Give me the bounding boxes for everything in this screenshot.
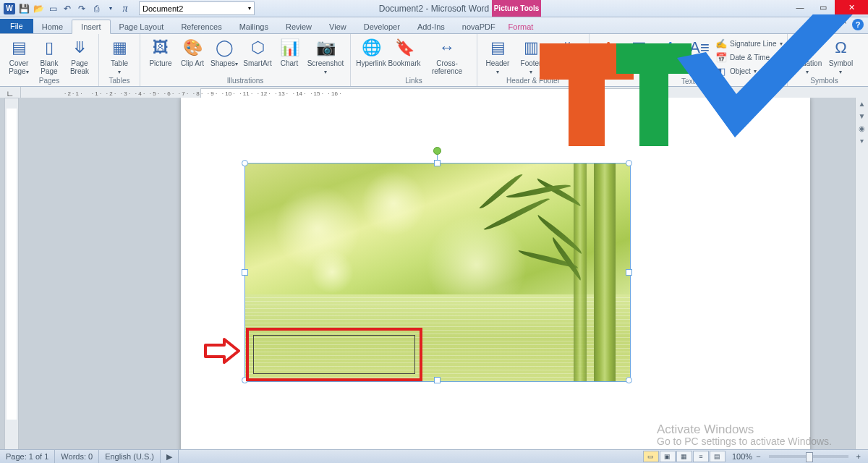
picture-button[interactable]: 🖼Picture <box>145 35 176 77</box>
text-box-placeholder[interactable] <box>253 335 415 374</box>
header-label: Header <box>486 59 510 67</box>
page-break-button[interactable]: ⤋Page Break <box>65 35 94 77</box>
zoom-in-button[interactable]: + <box>854 452 864 461</box>
date-time-button[interactable]: 📅Date & Time <box>715 51 783 64</box>
close-button[interactable]: ✕ <box>835 0 868 14</box>
vertical-ruler[interactable] <box>4 98 19 450</box>
undo-icon[interactable]: ↶ <box>61 2 74 15</box>
shapes-icon: ◯ <box>213 37 236 59</box>
watermark-line1: Activate Windows <box>657 424 832 436</box>
rotation-handle[interactable] <box>433 147 441 155</box>
minimize-ribbon-icon[interactable]: ⌃ <box>841 20 848 30</box>
view-full-screen-button[interactable]: ▣ <box>660 451 676 462</box>
prev-page-icon[interactable]: ◉ <box>856 122 868 135</box>
page-number-label: Page Number <box>552 59 578 75</box>
blank-page-button[interactable]: ▯Blank Page <box>35 35 64 77</box>
page-number-button[interactable]: #Page Number▾ <box>548 35 584 77</box>
document-combo[interactable]: Document2 ▾ <box>139 1 255 15</box>
blank-page-icon: ▯ <box>38 37 61 59</box>
view-web-button[interactable]: ▦ <box>676 451 692 462</box>
tab-insert[interactable]: Insert <box>72 20 111 34</box>
header-button[interactable]: ▤Header▾ <box>482 35 514 77</box>
status-macro-icon[interactable]: ▶ <box>161 450 179 463</box>
pi-icon[interactable]: π <box>119 2 132 15</box>
cross-ref-label: Cross-reference <box>422 59 472 75</box>
next-page-icon[interactable]: ▾ <box>856 135 868 147</box>
zoom-level[interactable]: 100% <box>732 452 752 461</box>
object-label: Object <box>730 67 751 75</box>
title-bar: W 💾 📂 ▭ ↶ ↷ ⎙ ▾ π Document2 ▾ Document2 … <box>0 0 868 17</box>
text-small-stack: ✍Signature Line ▾ 📅Date & Time ◧Object ▾ <box>715 35 783 77</box>
tab-references[interactable]: References <box>172 20 230 33</box>
vertical-scrollbar[interactable]: ▲ ▼ ◉ ▾ <box>855 98 868 450</box>
table-icon: ▦ <box>108 37 131 59</box>
equation-button[interactable]: πEquation▾ <box>792 35 824 77</box>
tab-review[interactable]: Review <box>277 20 320 33</box>
view-outline-button[interactable]: ≡ <box>693 451 709 462</box>
resize-handle-s[interactable] <box>434 377 441 383</box>
zoom-slider[interactable] <box>769 455 848 458</box>
open-icon[interactable]: 📂 <box>32 2 45 15</box>
footer-button[interactable]: ▥Footer▾ <box>515 35 547 77</box>
signature-line-button[interactable]: ✍Signature Line ▾ <box>715 37 783 50</box>
chart-icon: 📊 <box>278 37 301 59</box>
print-icon[interactable]: ⎙ <box>90 2 103 15</box>
tab-home[interactable]: Home <box>33 20 72 33</box>
screenshot-button[interactable]: 📷Screenshot▾ <box>305 35 346 77</box>
resize-handle-ne[interactable] <box>626 160 632 166</box>
quick-access-toolbar: W 💾 📂 ▭ ↶ ↷ ⎙ ▾ π <box>0 2 132 15</box>
redo-icon[interactable]: ↷ <box>75 2 88 15</box>
new-icon[interactable]: ▭ <box>46 2 59 15</box>
smartart-button[interactable]: ⬡SmartArt <box>242 35 273 77</box>
clip-art-button[interactable]: 🎨Clip Art <box>178 35 207 77</box>
tab-format[interactable]: Format <box>492 20 550 33</box>
scroll-down-icon[interactable]: ▼ <box>856 110 868 122</box>
signature-label: Signature Line <box>730 40 777 48</box>
symbol-icon: Ω <box>830 37 853 59</box>
group-name-text: Text <box>594 77 783 87</box>
hyperlink-button[interactable]: 🌐Hyperlink <box>355 35 387 77</box>
object-button[interactable]: ◧Object ▾ <box>715 64 783 77</box>
tab-file[interactable]: File <box>0 19 33 33</box>
table-button[interactable]: ▦Table▾ <box>103 35 135 77</box>
tab-view[interactable]: View <box>320 20 355 33</box>
tab-mailings[interactable]: Mailings <box>231 20 277 33</box>
resize-handle-nw[interactable] <box>242 160 248 166</box>
quick-parts-button[interactable]: ▣Quick Parts▾ <box>624 35 653 77</box>
scroll-up-icon[interactable]: ▲ <box>856 98 868 110</box>
picture-label: Picture <box>149 59 171 67</box>
restore-button[interactable]: ▭ <box>812 0 835 14</box>
page[interactable] <box>181 98 810 450</box>
zoom-out-button[interactable]: − <box>753 452 763 461</box>
resize-handle-w[interactable] <box>242 269 248 276</box>
tab-developer[interactable]: Developer <box>355 20 409 33</box>
resize-handle-se[interactable] <box>626 377 632 383</box>
status-language[interactable]: English (U.S.) <box>99 450 161 463</box>
shapes-button[interactable]: ◯Shapes▾ <box>208 35 240 77</box>
cross-reference-button[interactable]: ↔Cross-reference <box>422 35 472 77</box>
text-box-button[interactable]: AText Box▾ <box>594 35 623 77</box>
resize-handle-n[interactable] <box>434 160 441 166</box>
chart-button[interactable]: 📊Chart <box>275 35 304 77</box>
drop-cap-button[interactable]: A≡Drop Cap▾ <box>685 35 714 77</box>
text-box-icon: A <box>597 37 620 59</box>
qat-dropdown-icon[interactable]: ▾ <box>104 2 117 15</box>
symbol-button[interactable]: ΩSymbol▾ <box>825 35 857 77</box>
tab-page-layout[interactable]: Page Layout <box>111 20 173 33</box>
status-words[interactable]: Words: 0 <box>55 450 99 463</box>
bookmark-button[interactable]: 🔖Bookmark <box>388 35 420 77</box>
resize-handle-e[interactable] <box>626 269 632 276</box>
view-draft-button[interactable]: ▤ <box>710 451 726 462</box>
view-print-layout-button[interactable]: ▭ <box>643 451 659 462</box>
wordart-button[interactable]: AWordArt▾ <box>655 35 684 77</box>
zoom-thumb[interactable] <box>806 452 813 462</box>
window-controls: — ▭ ✕ <box>788 0 868 14</box>
tab-addins[interactable]: Add-Ins <box>409 20 454 33</box>
minimize-button[interactable]: — <box>788 0 812 14</box>
save-icon[interactable]: 💾 <box>17 2 30 15</box>
cover-page-button[interactable]: ▤Cover Page▾ <box>4 35 33 77</box>
status-page[interactable]: Page: 1 of 1 <box>0 450 55 463</box>
equation-icon: π <box>796 37 820 59</box>
annotation-arrow-icon <box>204 338 240 364</box>
help-icon[interactable]: ? <box>852 19 864 30</box>
